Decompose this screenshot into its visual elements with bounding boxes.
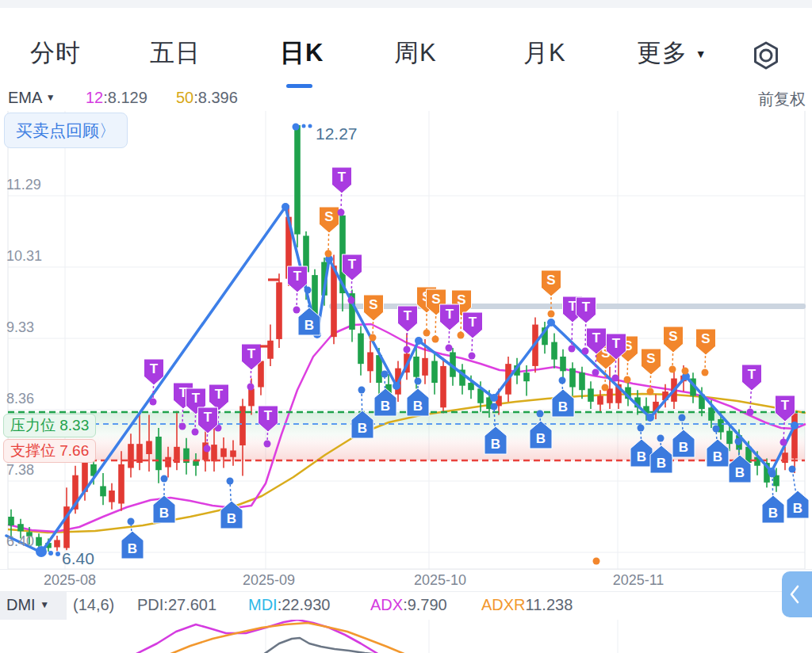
svg-text:B: B [793, 501, 802, 516]
candle [100, 473, 106, 505]
svg-text:T: T [748, 367, 756, 382]
svg-text:S: S [324, 209, 333, 224]
candle [109, 483, 115, 510]
sell-badge: S [542, 270, 561, 318]
settings-button[interactable] [749, 40, 783, 74]
svg-text:T: T [264, 408, 273, 423]
svg-text:T: T [612, 336, 621, 351]
dmi-selector[interactable]: DMI ▼ [6, 596, 49, 614]
svg-text:B: B [637, 449, 646, 464]
svg-text:S: S [431, 292, 440, 307]
y-axis-label: 6.40 [6, 533, 34, 549]
candle [431, 352, 438, 394]
svg-text:B: B [536, 431, 546, 446]
indicator-bar: EMA ▼ 12:8.129 50:8.396 前复权 [0, 89, 812, 111]
candlestick-chart[interactable]: BBBBBBBBBBBBBBBBBSSSSSSSSSSSTTTTTTTTTTTT… [0, 111, 812, 572]
candle [276, 273, 282, 348]
candle [569, 362, 576, 395]
pdi-readout: PDI:27.601 [137, 596, 216, 614]
stock-chart-app: 分时 五日 日K 周K 月K 更多 ▼ EMA ▼ 12:8.129 50:8.… [0, 0, 812, 653]
svg-text:B: B [679, 440, 688, 455]
zigzag-node [547, 319, 555, 326]
pressure-level-label: 压力位 8.33 [3, 414, 96, 437]
trade-point-review-button[interactable]: 买卖点回顾〉 [4, 113, 128, 148]
svg-text:T: T [348, 257, 357, 272]
dmi-mdi-line [263, 638, 379, 653]
zigzag-node [646, 414, 654, 422]
svg-text:T: T [469, 315, 477, 330]
svg-text:B: B [128, 541, 137, 556]
adx-readout: ADX:9.790 [370, 596, 447, 614]
collapse-panel-button[interactable] [782, 571, 812, 617]
price-adjust-mode[interactable]: 前复权 [758, 89, 806, 110]
zigzag-node [490, 394, 498, 402]
ema12-readout: 12:8.129 [86, 89, 147, 107]
mdi-readout: MDI:22.930 [248, 596, 330, 614]
svg-text:B: B [304, 318, 314, 333]
divider [0, 569, 812, 570]
gear-icon [749, 40, 783, 74]
candle [404, 334, 410, 380]
candle [791, 407, 798, 473]
y-axis-label: 7.38 [6, 462, 34, 478]
svg-text:T: T [150, 361, 159, 376]
zigzag-node [282, 203, 289, 211]
y-axis-label: 11.29 [6, 177, 41, 193]
tab-more-menu[interactable]: 更多 ▼ [637, 36, 707, 70]
x-axis-label: 2025-08 [44, 572, 96, 589]
orange-dot-marker [682, 368, 689, 375]
svg-text:T: T [293, 269, 302, 284]
ema50-readout: 50:8.396 [176, 89, 238, 107]
x-axis-label: 2025-09 [243, 572, 295, 589]
svg-text:B: B [413, 399, 423, 414]
zigzag-node [791, 422, 799, 430]
svg-text:B: B [358, 421, 367, 436]
svg-text:T: T [338, 170, 347, 185]
svg-text:B: B [713, 449, 722, 464]
svg-text:T: T [582, 300, 591, 315]
dmi-adx-line [135, 620, 379, 653]
tab-minute[interactable]: 分时 [30, 36, 81, 70]
svg-text:T: T [592, 330, 601, 346]
candle [597, 390, 603, 412]
svg-text:T: T [446, 307, 454, 322]
svg-text:T: T [192, 391, 201, 406]
blue-dot-marker [56, 552, 60, 556]
tab-five-day[interactable]: 五日 [150, 36, 201, 70]
blue-dot-marker [36, 546, 47, 557]
candle [239, 399, 246, 475]
take-profit-badge: T [742, 365, 762, 416]
tab-monthly-k[interactable]: 月K [523, 36, 566, 70]
tab-daily-k[interactable]: 日K [280, 36, 324, 70]
candle [367, 341, 373, 383]
buy-badge: B [220, 478, 243, 529]
y-axis-label: 9.33 [6, 319, 34, 335]
tab-weekly-k[interactable]: 周K [394, 36, 437, 70]
svg-text:S: S [646, 351, 655, 366]
sell-badge: S [664, 326, 684, 373]
svg-text:B: B [381, 399, 390, 414]
price-annotation: 12.27 [316, 124, 358, 143]
take-profit-badge: T [440, 304, 460, 352]
blue-dot-marker [293, 124, 300, 131]
take-profit-badge: T [463, 312, 483, 360]
period-tabbar: 分时 五日 日K 周K 月K 更多 ▼ [0, 8, 812, 87]
zigzag-node [415, 337, 423, 345]
chevron-down-icon: ▼ [46, 92, 56, 103]
svg-text:S: S [369, 297, 377, 312]
y-axis-label: 8.36 [6, 391, 34, 407]
buy-badge: B [121, 518, 144, 559]
dmi-params: (14,6) [73, 596, 114, 614]
svg-text:B: B [768, 506, 778, 521]
svg-text:T: T [204, 410, 213, 425]
svg-text:T: T [215, 387, 224, 402]
svg-text:B: B [159, 506, 169, 521]
chevron-down-icon: ▼ [40, 599, 49, 610]
svg-text:S: S [701, 331, 710, 346]
candle [440, 358, 446, 414]
dmi-chart[interactable] [0, 620, 812, 653]
indicator-selector[interactable]: EMA ▼ [8, 89, 56, 107]
svg-text:T: T [781, 398, 790, 413]
blue-dot-marker [308, 124, 312, 128]
svg-text:S: S [546, 273, 555, 288]
